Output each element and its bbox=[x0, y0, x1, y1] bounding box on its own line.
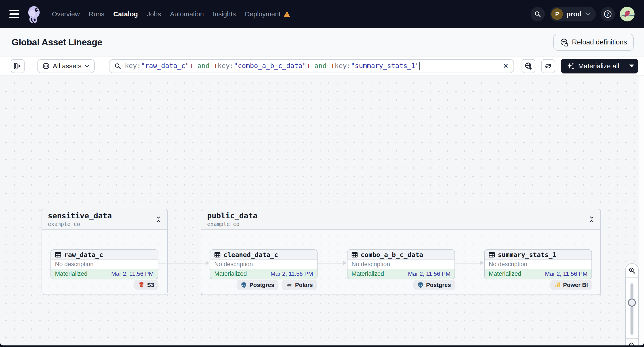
postgres-icon bbox=[418, 282, 424, 288]
postgres-icon bbox=[241, 282, 247, 288]
table-icon bbox=[214, 252, 220, 258]
asset-kind-badges: Postgres bbox=[414, 280, 455, 290]
search-button[interactable] bbox=[530, 7, 545, 21]
page-header: Global Asset Lineage Reload definitions bbox=[0, 28, 644, 56]
dagster-logo-icon[interactable] bbox=[26, 5, 43, 23]
lineage-edge bbox=[455, 263, 480, 264]
lineage-edge bbox=[158, 263, 206, 264]
table-icon bbox=[489, 252, 495, 258]
refresh-button[interactable] bbox=[541, 59, 555, 73]
kind-badge-polars: Polars bbox=[282, 280, 317, 290]
lineage-toolbar: All assets key:"raw_data_c"+ and +key:"c… bbox=[0, 56, 644, 76]
reload-definitions-label: Reload definitions bbox=[572, 38, 627, 46]
asset-node-combo-a-b-c-data[interactable]: combo_a_b_c_data No description Material… bbox=[347, 249, 455, 279]
asset-status: Materialized bbox=[214, 270, 247, 277]
user-avatar[interactable] bbox=[620, 7, 634, 21]
sync-icon bbox=[544, 62, 552, 70]
asset-kind-badges: Postgres Polars bbox=[237, 280, 317, 290]
nav-item-catalog[interactable]: Catalog bbox=[113, 10, 138, 18]
asset-selection-query: key:"raw_data_c"+ and +key:"combo_a_b_c_… bbox=[125, 62, 499, 70]
asset-name: raw_data_c bbox=[64, 251, 103, 259]
lineage-graph-canvas[interactable]: sensitive_data example_co public_data ex… bbox=[0, 76, 644, 346]
asset-description: No description bbox=[489, 261, 527, 268]
zoom-slider-track[interactable] bbox=[630, 283, 634, 335]
kind-badge-s3: S3 bbox=[134, 280, 158, 290]
asset-kind-badges: Power BI bbox=[550, 280, 592, 290]
group-name: public_data bbox=[207, 211, 258, 220]
nav-item-runs[interactable]: Runs bbox=[89, 10, 104, 18]
s3-bucket-icon bbox=[138, 282, 144, 288]
page-title: Global Asset Lineage bbox=[12, 37, 102, 47]
kind-badge-postgres: Postgres bbox=[414, 280, 455, 290]
nav-item-deployment[interactable]: Deployment bbox=[245, 10, 290, 18]
materialize-all-split-button: Materialize all bbox=[561, 59, 638, 73]
open-sidebar-button[interactable] bbox=[11, 59, 24, 73]
kind-badge-label: Polars bbox=[295, 282, 313, 289]
environment-name: prod bbox=[566, 10, 582, 18]
view-selection-button[interactable] bbox=[522, 59, 536, 73]
materialize-options-button[interactable] bbox=[625, 59, 638, 73]
asset-status: Materialized bbox=[352, 270, 384, 277]
asset-kind-badges: S3 bbox=[134, 280, 158, 290]
polars-icon bbox=[286, 282, 293, 288]
canvas-right-gutter bbox=[639, 76, 644, 346]
group-header[interactable]: public_data example_co bbox=[201, 209, 600, 230]
kind-badge-label: Power BI bbox=[563, 282, 588, 289]
reload-definitions-button[interactable]: Reload definitions bbox=[553, 34, 634, 51]
group-code-location: example_co bbox=[207, 221, 258, 227]
asset-scope-label: All assets bbox=[53, 62, 81, 70]
asset-node-cleaned-data-c[interactable]: cleaned_data_c No description Materializ… bbox=[210, 249, 318, 279]
asset-name: cleaned_data_c bbox=[224, 251, 278, 259]
globe-icon bbox=[42, 62, 50, 70]
main-content: Global Asset Lineage Reload definitions bbox=[0, 28, 644, 346]
nav-item-automation[interactable]: Automation bbox=[170, 10, 204, 18]
sparkles-icon bbox=[567, 62, 575, 70]
main-nav: Overview Runs Catalog Jobs Automation In… bbox=[52, 10, 290, 18]
clear-query-icon[interactable]: ✕ bbox=[503, 63, 508, 69]
nav-item-jobs[interactable]: Jobs bbox=[147, 10, 161, 18]
nav-item-deployment-label: Deployment bbox=[245, 10, 281, 18]
svg-text:?: ? bbox=[606, 11, 609, 16]
group-header[interactable]: sensitive_data example_co bbox=[42, 209, 167, 230]
search-icon bbox=[534, 11, 541, 17]
help-button[interactable]: ? bbox=[601, 7, 615, 21]
zoom-out-button[interactable] bbox=[626, 338, 638, 346]
asset-node-summary-stats-1[interactable]: summary_stats_1 No description Materiali… bbox=[484, 249, 592, 279]
zoom-in-icon bbox=[628, 267, 636, 274]
table-icon bbox=[55, 252, 61, 258]
help-icon: ? bbox=[603, 9, 612, 18]
warning-triangle-icon bbox=[283, 11, 290, 17]
zoom-control-panel bbox=[625, 263, 639, 346]
asset-description: No description bbox=[55, 261, 94, 268]
environment-switcher[interactable]: P prod bbox=[550, 7, 596, 21]
collapse-group-icon[interactable] bbox=[589, 216, 594, 223]
chevron-down-icon bbox=[585, 12, 591, 16]
asset-node-raw-data-c[interactable]: raw_data_c No description Materialized M… bbox=[50, 249, 158, 279]
asset-status: Materialized bbox=[489, 270, 521, 277]
caret-down-icon bbox=[629, 64, 634, 67]
kind-badge-label: Postgres bbox=[250, 282, 274, 289]
table-icon bbox=[352, 252, 358, 258]
group-name: sensitive_data bbox=[48, 211, 112, 220]
asset-timestamp: Mar 2, 11:56 PM bbox=[408, 270, 450, 277]
reload-definitions-icon bbox=[560, 38, 568, 46]
materialize-all-button[interactable]: Materialize all bbox=[561, 59, 625, 73]
asset-timestamp: Mar 2, 11:56 PM bbox=[270, 270, 313, 277]
zoom-slider-thumb[interactable] bbox=[628, 299, 636, 307]
lineage-edge bbox=[318, 263, 343, 264]
kind-badge-label: Postgres bbox=[426, 282, 451, 289]
asset-timestamp: Mar 2, 11:56 PM bbox=[545, 270, 588, 277]
collapse-group-icon[interactable] bbox=[156, 216, 161, 223]
globe-add-icon bbox=[524, 62, 532, 70]
zoom-in-button[interactable] bbox=[626, 264, 638, 278]
hamburger-menu-icon[interactable] bbox=[10, 10, 19, 18]
asset-selection-input[interactable]: key:"raw_data_c"+ and +key:"combo_a_b_c_… bbox=[109, 59, 514, 73]
group-code-location: example_co bbox=[48, 221, 112, 227]
nav-item-overview[interactable]: Overview bbox=[52, 10, 80, 18]
kind-badge-powerbi: Power BI bbox=[550, 280, 592, 290]
chevron-down-icon bbox=[84, 64, 90, 68]
nav-item-insights[interactable]: Insights bbox=[213, 10, 236, 18]
materialize-all-label: Materialize all bbox=[578, 62, 619, 70]
asset-timestamp: Mar 2, 11:56 PM bbox=[111, 270, 154, 277]
asset-scope-dropdown[interactable]: All assets bbox=[37, 59, 95, 73]
